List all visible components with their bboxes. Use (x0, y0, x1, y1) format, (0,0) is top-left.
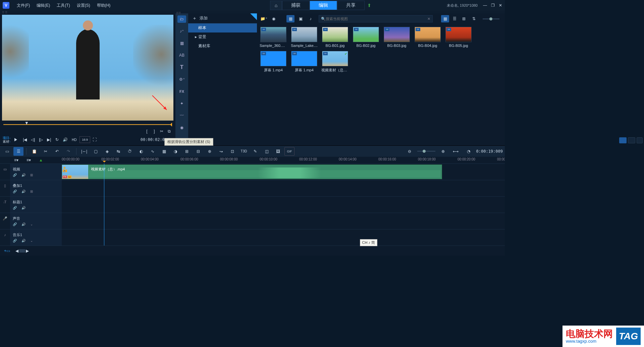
zoom-in-button[interactable]: ⊕ (438, 147, 448, 156)
view-tiles-button[interactable]: ⊞ (460, 15, 468, 22)
search-input[interactable] (326, 17, 427, 21)
volume-button[interactable]: 🔊 (61, 136, 69, 143)
tree-sample[interactable]: 样本 (188, 23, 257, 32)
menu-help[interactable]: 帮助(H) (94, 3, 114, 8)
mark-out-button[interactable]: ] (151, 128, 158, 135)
goto-end-button[interactable]: ▶| (45, 136, 53, 143)
media-thumbnail[interactable]: ▭BG-B01.jpg (321, 27, 349, 48)
cut-button[interactable]: ✂ (41, 147, 51, 156)
tool-media[interactable]: 🗁 (177, 15, 186, 23)
lock-icon[interactable]: ⊞ (30, 173, 33, 177)
media-thumbnail[interactable]: ▭Sample_Lake.... (290, 27, 318, 48)
mask-button[interactable]: ◑ (170, 147, 180, 156)
mode-edit[interactable]: 编辑 (310, 1, 337, 10)
track-height-button[interactable]: ≡▾ (14, 158, 18, 162)
crop-tool-button[interactable]: ▢ (91, 147, 101, 156)
scrub-bar[interactable] (3, 123, 172, 127)
scroll-left-button[interactable]: ◀ (15, 249, 18, 253)
split-button[interactable]: ✂ (158, 128, 165, 135)
tree-library[interactable]: 素材库 (188, 42, 257, 51)
snapshot-button[interactable]: ⧉ (165, 128, 173, 135)
next-frame-button[interactable]: |▷ (37, 136, 45, 143)
add-track-button[interactable]: +▭ (4, 249, 10, 253)
tool-titles[interactable]: AB (177, 52, 186, 59)
minimize-button[interactable]: — (483, 3, 487, 8)
video-clip[interactable]: ★ FX▭ 🔊 视频素材（总）.mp4 (62, 164, 442, 179)
audio-mix-button[interactable]: ∿ (148, 147, 158, 156)
split-screen-button[interactable]: ◫ (262, 147, 272, 156)
scroll-right-button[interactable]: ▶ (26, 249, 29, 253)
track-options-button[interactable]: ≡▾ (26, 158, 31, 162)
mode-share[interactable]: 共享 (337, 1, 365, 10)
preview-viewport[interactable] (2, 15, 173, 121)
tool-motion[interactable]: 〰 (177, 112, 186, 119)
grid-view-button[interactable]: ⊟ (193, 147, 203, 156)
speed-button[interactable]: ⏱ (125, 147, 135, 156)
timecode-mode-button[interactable]: ◔ (464, 147, 474, 156)
storyboard-view-button[interactable]: ▭ (2, 147, 12, 156)
photo-button[interactable]: 🖼 (273, 147, 283, 156)
tree-background[interactable]: ▸背景 (188, 32, 257, 42)
media-thumbnail[interactable]: ▭BG-B02.jpg (352, 27, 380, 48)
multicam-button[interactable]: ⊞ (182, 147, 192, 156)
thumbnail-size-slider[interactable] (483, 18, 499, 19)
view-grid-button[interactable]: ▦ (441, 15, 449, 22)
color-button[interactable]: ◐ (136, 147, 146, 156)
gif-button[interactable]: GIF (284, 147, 294, 156)
tool-color[interactable]: ✦ (177, 100, 186, 107)
library-search[interactable]: 🔍 ✕ (319, 15, 433, 22)
undo-button[interactable]: ↶ (52, 147, 62, 156)
hd-toggle[interactable]: HD (69, 136, 79, 143)
tool-speed[interactable]: ◉ (177, 124, 186, 131)
ripple-button[interactable]: |↔| (79, 147, 89, 156)
media-thumbnail[interactable]: ▭屏幕 1.mp4 (260, 51, 287, 73)
scroll-thumb[interactable] (19, 249, 25, 253)
media-thumbnail[interactable]: ▭✔视频素材（总）... (321, 51, 349, 73)
playhead[interactable] (104, 163, 104, 246)
fullscreen-button[interactable]: ⛶ (91, 136, 98, 143)
zoom-out-button[interactable]: ⊖ (405, 147, 415, 156)
filter-all-button[interactable]: ▦ (286, 15, 294, 22)
chroma-button[interactable]: ▦ (159, 147, 169, 156)
mode-home[interactable]: ⌂ (270, 1, 282, 10)
timeline-view-button[interactable]: ☰ (13, 147, 23, 156)
aspect-button[interactable]: 16:9 (79, 136, 90, 143)
mark-in-button[interactable]: [ (143, 128, 151, 135)
menu-file[interactable]: 文件(F) (13, 3, 33, 8)
media-thumbnail[interactable]: ▭BG-B04.jpg (414, 27, 441, 48)
mode-capture[interactable]: 捕获 (282, 1, 310, 10)
media-thumbnail[interactable]: ▭BG-B03.jpg (383, 27, 411, 48)
video-track-body[interactable]: ★ FX▭ 🔊 视频素材（总）.mp4 (62, 164, 505, 180)
add-marker-button[interactable]: ▲ (39, 158, 43, 162)
play-button[interactable] (12, 136, 20, 143)
zoom-slider[interactable] (417, 151, 435, 152)
tool-overlay[interactable]: ⚙⁺ (177, 76, 186, 83)
filter-audio-button[interactable]: ♪ (307, 15, 315, 22)
fit-project-button[interactable]: ⟷ (451, 147, 461, 156)
add-media-button[interactable]: ＋ 添加 (188, 13, 257, 23)
copy-attr-button[interactable]: 📋 (29, 147, 39, 156)
view-list-button[interactable]: ☰ (450, 15, 459, 22)
link-icon[interactable]: 🔗 (13, 173, 17, 177)
tool-audio[interactable]: ♪⁺ (177, 27, 186, 35)
menu-tools[interactable]: 工具(T) (53, 3, 73, 8)
mute-icon[interactable]: 🔊 (21, 173, 25, 177)
loop-button[interactable]: ↻ (53, 136, 61, 143)
goto-start-button[interactable]: |◀ (21, 136, 29, 143)
stabilize-button[interactable]: ⊡ (227, 147, 237, 156)
upload-button[interactable]: ⬆ (365, 1, 374, 10)
redo-button[interactable]: ↷ (63, 147, 73, 156)
menu-edit[interactable]: 编辑(E) (33, 3, 53, 8)
sort-button[interactable]: ⇅ (470, 15, 478, 22)
prev-frame-button[interactable]: ◁| (29, 136, 37, 143)
tool-transitions[interactable]: ▦ (177, 40, 186, 47)
record-button[interactable]: ◉ (270, 15, 278, 22)
3d-title-button[interactable]: T3D (239, 147, 249, 156)
media-thumbnail[interactable]: ▭Sample_360.m... (260, 27, 287, 48)
media-thumbnail[interactable]: ▭屏幕 1.mp4 (290, 51, 318, 73)
menu-settings[interactable]: 设置(S) (73, 3, 94, 8)
close-button[interactable]: ✕ (499, 3, 502, 8)
tool-fx[interactable]: FX (177, 88, 186, 95)
maximize-button[interactable]: ❐ (491, 3, 495, 8)
track-motion-button[interactable]: ⊕ (205, 147, 215, 156)
